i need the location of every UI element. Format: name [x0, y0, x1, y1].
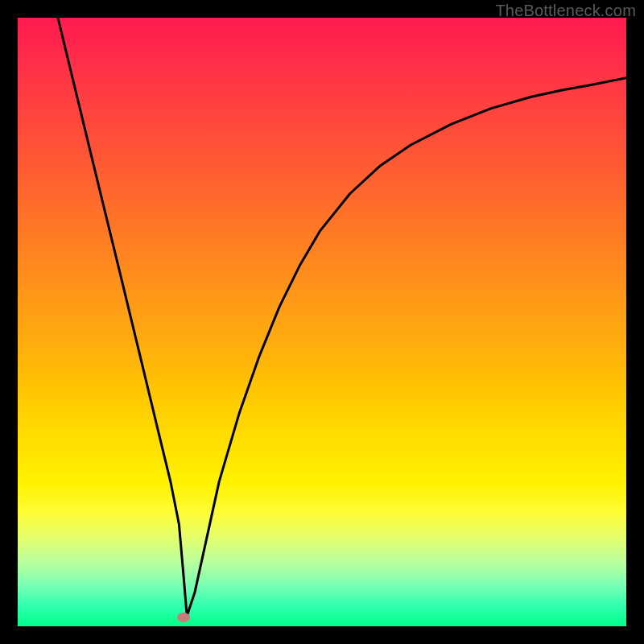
plot-area: [18, 18, 626, 626]
bottleneck-curve: [18, 18, 626, 626]
optimal-point-marker: [177, 613, 190, 622]
chart-container: TheBottleneck.com: [0, 0, 644, 644]
